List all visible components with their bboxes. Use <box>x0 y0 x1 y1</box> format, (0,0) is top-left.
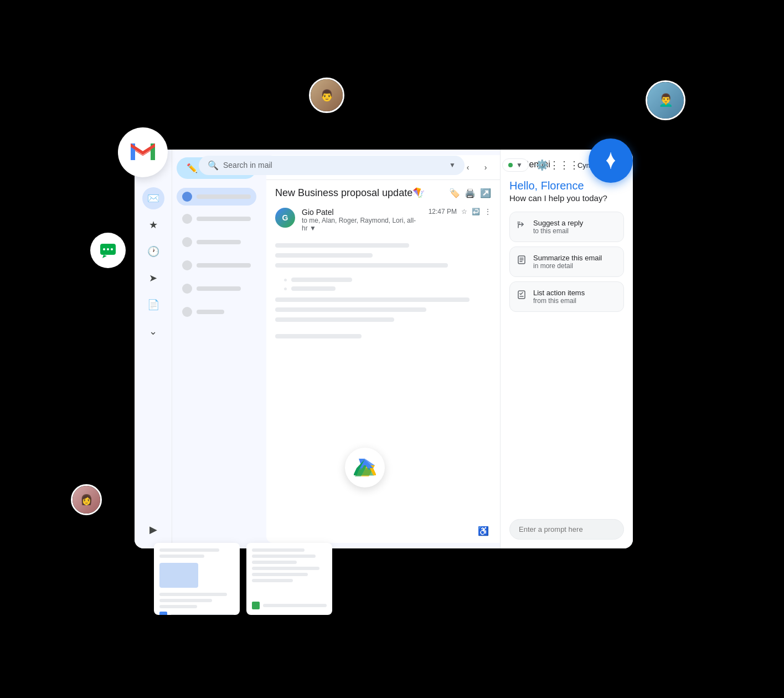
email-header: G Gio Patel to me, Alan, Roger, Raymond,… <box>266 203 500 237</box>
email-subject: New Business proposal update🪁 <box>275 187 445 199</box>
search-dropdown-icon[interactable]: ▼ <box>449 161 456 169</box>
sidebar-icon-mail[interactable]: ✉️ <box>142 187 164 209</box>
new-window-icon[interactable]: ↗️ <box>480 188 491 198</box>
suggestion-summarize-text: Summarize this email in more detail <box>533 254 602 270</box>
body-line-5 <box>275 307 426 312</box>
nav-snoozed-icon <box>182 237 192 247</box>
bullet-line-2 <box>291 286 336 291</box>
search-icon: 🔍 <box>208 160 219 171</box>
nav-starred-label <box>197 217 251 221</box>
suggestion-reply-icon <box>517 220 528 231</box>
nav-drafts-label <box>197 286 241 291</box>
more-icon[interactable]: ⋮ <box>484 208 491 215</box>
email-time: 12:47 PM ☆ ↩️ ⋮ <box>429 208 491 215</box>
reply-icon[interactable]: ↩️ <box>472 208 480 215</box>
doc-footer-1 <box>159 612 234 615</box>
nav-more-icon <box>182 307 192 317</box>
doc-image-1 <box>159 563 198 588</box>
nav-item-drafts[interactable] <box>177 280 256 297</box>
print-icon[interactable]: 🖨️ <box>465 188 476 198</box>
gemini-greeting: Hello, Florence How can I help you today… <box>509 179 624 203</box>
email-body <box>266 237 500 519</box>
doc-thumb-1[interactable] <box>154 543 240 615</box>
nav-item-snoozed[interactable] <box>177 233 256 251</box>
bullet-item-2 <box>284 286 491 291</box>
accessibility-icon[interactable]: ♿ <box>476 523 491 538</box>
top-bar: 🔍 Search in mail ▼ ▼ ⚙️ ⋮⋮⋮ Cymbal C <box>172 150 633 181</box>
docs-icon-1 <box>159 612 167 615</box>
nav-panel: ✏️ Compose <box>172 150 261 548</box>
gemini-prompt-input[interactable] <box>509 519 624 540</box>
doc-thumb-2[interactable] <box>246 543 332 615</box>
avatar-top-right: 👨‍🦱 <box>646 80 685 120</box>
nav-item-more[interactable] <box>177 303 256 321</box>
avatar-bottom-left: 👩 <box>71 484 102 515</box>
suggestion-summarize[interactable]: Summarize this email in more detail <box>509 247 624 277</box>
svg-point-3 <box>103 248 105 250</box>
sender-name: Gio Patel <box>302 208 422 217</box>
body-line-6 <box>275 317 394 322</box>
nav-item-inbox[interactable] <box>177 188 256 206</box>
gemini-input-area <box>509 519 624 540</box>
svg-point-5 <box>111 248 113 250</box>
bullet-line-1 <box>291 278 352 282</box>
drive-badge <box>345 448 385 487</box>
nav-sent-icon <box>182 260 192 270</box>
nav-more-label <box>197 310 224 314</box>
nav-sent-label <box>197 263 251 268</box>
avatar-top-center: 👨 <box>309 78 344 113</box>
sidebar-icon-star[interactable]: ★ <box>142 214 164 236</box>
gemini-name: Florence <box>541 179 584 192</box>
email-footer: ♿ <box>266 519 500 543</box>
nav-item-starred[interactable] <box>177 210 256 228</box>
sender-avatar: G <box>275 208 295 228</box>
body-line-3 <box>275 263 448 268</box>
apps-icon[interactable]: ⋮⋮⋮ <box>555 156 573 174</box>
svg-point-4 <box>107 248 109 250</box>
nav-starred-icon <box>182 214 192 224</box>
search-bar[interactable]: 🔍 Search in mail ▼ <box>199 156 465 175</box>
settings-icon[interactable]: ⚙️ <box>533 156 551 174</box>
svg-rect-12 <box>518 291 525 299</box>
gemini-badge <box>589 138 633 183</box>
doc-thumbnails <box>154 543 332 615</box>
nav-inbox-label <box>197 194 251 199</box>
body-line-2 <box>275 253 373 258</box>
main-window: 🔍 Search in mail ▼ ▼ ⚙️ ⋮⋮⋮ Cymbal C <box>135 150 633 548</box>
nav-snoozed-label <box>197 240 241 244</box>
search-text: Search in mail <box>223 161 445 170</box>
suggestion-action-text: List action items from this email <box>533 289 585 305</box>
bullet-item-1 <box>284 278 491 282</box>
body-line-4 <box>275 297 470 302</box>
suggestion-action-icon <box>517 290 528 301</box>
sidebar: ☰ ✉️ ★ 🕐 ➤ 📄 ⌄ ▶ <box>135 150 172 548</box>
sender-to: to me, Alan, Roger, Raymond, Lori, all-h… <box>302 217 422 232</box>
status-dot <box>508 163 513 167</box>
suggestion-action-items[interactable]: List action items from this email <box>509 281 624 312</box>
sidebar-icon-doc[interactable]: 📄 <box>142 294 164 316</box>
sidebar-icon-video[interactable]: ▶ <box>142 519 164 541</box>
sidebar-icon-clock[interactable]: 🕐 <box>142 240 164 263</box>
bullet-list <box>284 278 491 291</box>
subject-actions: 🏷️ 🖨️ ↗️ <box>449 188 491 198</box>
email-subject-row: New Business proposal update🪁 🏷️ 🖨️ ↗️ <box>266 180 500 203</box>
gemini-panel: ✦ Gemini Hello, Florence How can I help … <box>500 150 633 548</box>
body-line-1 <box>275 243 409 248</box>
doc-footer-2 <box>252 602 327 609</box>
suggestion-reply[interactable]: Suggest a reply to this email <box>509 212 624 242</box>
label-icon[interactable]: 🏷️ <box>449 188 460 198</box>
chat-badge <box>90 233 126 268</box>
nav-drafts-icon <box>182 284 192 294</box>
body-line-7 <box>275 334 362 338</box>
nav-item-sent[interactable] <box>177 256 256 274</box>
sheets-icon-2 <box>252 602 260 609</box>
star-icon[interactable]: ☆ <box>461 208 467 215</box>
suggestion-summarize-icon <box>517 255 528 266</box>
email-content-area: ← 🗂️ 🚫 🗑️ ✉️ 🕐 ✔️ 📁 ‹ › <box>266 155 500 543</box>
doc-content-2 <box>252 548 327 598</box>
sidebar-icon-more[interactable]: ⌄ <box>142 320 164 342</box>
doc-label-1 <box>171 614 234 615</box>
doc-label-2 <box>263 604 327 607</box>
gemini-subtitle: How can I help you today? <box>509 193 624 203</box>
sidebar-icon-send[interactable]: ➤ <box>142 267 164 289</box>
